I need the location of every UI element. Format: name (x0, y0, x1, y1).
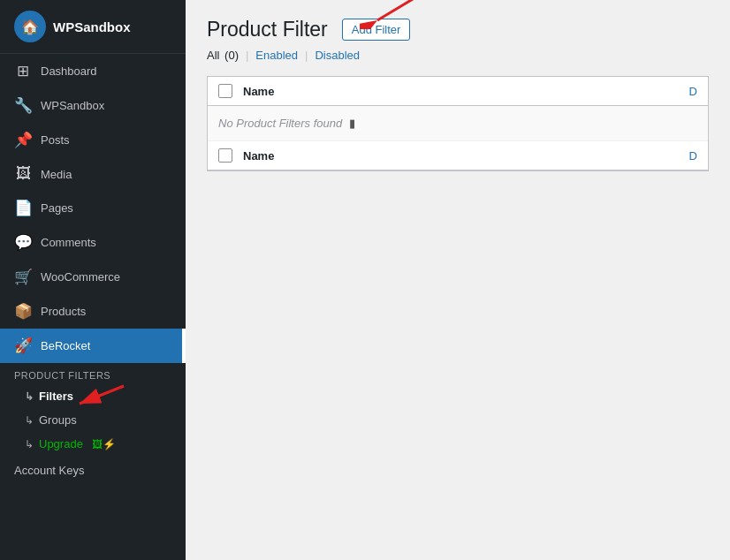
pages-icon: 📄 (14, 199, 32, 217)
table-select-all-checkbox[interactable] (218, 84, 232, 98)
sidebar-item-woocommerce[interactable]: 🛒 WooCommerce (0, 260, 186, 294)
submenu-arrow-icon: ↳ (25, 390, 34, 403)
sidebar-item-label-berocket: BeRocket (41, 339, 171, 352)
submenu-item-label-filters: Filters (39, 390, 73, 403)
submenu-item-groups[interactable]: ↳ Groups (0, 408, 186, 432)
main-content: Product Filter Add Filter All (0) | (186, 0, 730, 560)
sidebar-item-label-products: Products (41, 305, 171, 318)
site-name: WPSandbox (53, 19, 131, 34)
sidebar-item-media[interactable]: 🖼 Media (0, 157, 186, 191)
page-header: Product Filter Add Filter (207, 18, 709, 42)
sidebar-item-wpsandbox[interactable]: 🔧 WPSandbox (0, 88, 186, 123)
sidebar-item-dashboard[interactable]: ⊞ Dashboard (0, 54, 186, 88)
woocommerce-icon: 🛒 (14, 268, 32, 286)
table-col-name-header: Name (243, 85, 680, 98)
sidebar-item-label-pages: Pages (41, 201, 171, 215)
submenu-arrow-groups-icon: ↳ (25, 414, 34, 427)
filter-links: All (0) | Enabled | Disabled (207, 49, 709, 62)
sidebar-item-comments[interactable]: 💬 Comments (0, 225, 186, 260)
sidebar-item-account-keys[interactable]: Account Keys (0, 456, 186, 485)
filters-table: Name D No Product Filters found ▮ Name D (207, 76, 709, 171)
sidebar-item-label: Dashboard (41, 64, 171, 78)
filter-sep-2: | (305, 49, 308, 62)
filter-sep-1: | (246, 49, 248, 62)
table-col-d-header: D (680, 85, 697, 98)
sidebar-item-label-media: Media (41, 168, 171, 181)
submenu-header: Product Filters (0, 363, 186, 384)
submenu-item-upgrade[interactable]: ↳ Upgrade 🖼⚡ (0, 432, 186, 456)
sidebar-item-label-woocommerce: WooCommerce (41, 270, 171, 284)
comments-icon: 💬 (14, 233, 32, 252)
table-footer-checkbox[interactable] (218, 148, 232, 163)
table-empty-message: No Product Filters found (218, 117, 342, 130)
add-filter-button[interactable]: Add Filter (342, 19, 411, 41)
posts-icon: 📌 (14, 131, 32, 149)
sidebar-item-label-posts: Posts (41, 133, 171, 147)
upgrade-extra-icons: 🖼⚡ (92, 438, 116, 450)
sidebar-item-berocket[interactable]: 🚀 BeRocket (0, 329, 186, 363)
cursor-position-indicator: ▮ (349, 117, 355, 130)
table-header-row: Name D (208, 77, 708, 106)
add-filter-btn-container: Add Filter (342, 19, 411, 41)
site-icon: 🏠 (14, 11, 46, 42)
sidebar-item-posts[interactable]: 📌 Posts (0, 123, 186, 157)
dashboard-icon: ⊞ (14, 62, 32, 80)
sidebar: 🏠 WPSandbox ⊞ Dashboard 🔧 WPSandbox 📌 Po… (0, 0, 186, 560)
media-icon: 🖼 (14, 165, 32, 183)
table-col-name-footer: Name (243, 149, 680, 163)
filter-link-disabled[interactable]: Disabled (315, 49, 360, 62)
products-icon: 📦 (14, 302, 32, 321)
sidebar-item-products[interactable]: 📦 Products (0, 294, 186, 329)
account-keys-label: Account Keys (14, 464, 85, 477)
page-header-container: Product Filter Add Filter (207, 18, 709, 42)
submenu-item-label-upgrade: Upgrade (39, 437, 83, 450)
sidebar-logo: 🏠 WPSandbox (0, 0, 186, 54)
svg-line-3 (377, 0, 422, 20)
sidebar-item-label-wpsandbox: WPSandbox (41, 99, 171, 112)
table-col-d-footer: D (680, 149, 697, 163)
filter-link-all[interactable]: All (0) (207, 49, 239, 62)
filters-submenu-container: ↳ Filters (0, 384, 186, 408)
sidebar-item-label-comments: Comments (41, 236, 171, 249)
filter-link-enabled[interactable]: Enabled (255, 49, 298, 62)
submenu-item-label-groups: Groups (39, 413, 77, 427)
wpsandbox-icon: 🔧 (14, 96, 32, 115)
submenu-arrow-upgrade-icon: ↳ (25, 438, 34, 450)
table-empty-row: No Product Filters found ▮ (208, 106, 708, 141)
berocket-icon: 🚀 (14, 337, 32, 355)
sidebar-item-pages[interactable]: 📄 Pages (0, 191, 186, 225)
table-footer-row: Name D (208, 141, 708, 170)
page-title: Product Filter (207, 18, 328, 42)
submenu-item-filters[interactable]: ↳ Filters (0, 384, 186, 408)
